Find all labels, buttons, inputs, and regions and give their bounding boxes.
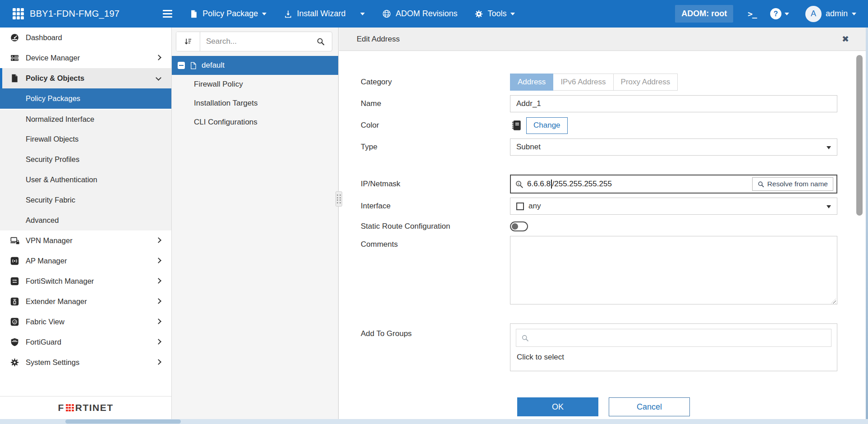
help-menu[interactable]: ? [770, 8, 789, 19]
edit-address-header: Edit Address ✖ [339, 28, 868, 51]
menu-install-wizard[interactable]: Install Wizard [284, 9, 365, 18]
window-right-edge [866, 28, 868, 419]
sidebar-item-label: Security Fabric [26, 196, 171, 204]
adom-badge[interactable]: ADOM: root [675, 5, 733, 23]
sidebar-item-device-manager[interactable]: Device Manager [0, 48, 171, 68]
groups-search-bar[interactable] [516, 329, 831, 347]
sidebar-item-fortiswitch-manager[interactable]: FortiSwitch Manager [0, 271, 171, 291]
menu-adom-revisions[interactable]: ADOM Revisions [382, 9, 457, 18]
cli-terminal-icon[interactable]: >_ [748, 9, 757, 18]
package-tree-item-installation-targets[interactable]: Installation Targets [172, 94, 338, 113]
sidebar-item-system-settings[interactable]: System Settings [0, 352, 171, 373]
ok-button[interactable]: OK [517, 397, 598, 416]
field-label: Color [361, 121, 510, 130]
sidebar-item-label: Security Profiles [26, 155, 171, 164]
sidebar-item-label: VPN Manager [26, 236, 171, 245]
sidebar-item-label: Advanced [26, 216, 171, 225]
name-input[interactable] [510, 95, 837, 112]
sort-icon [184, 37, 193, 46]
static-route-toggle[interactable] [510, 221, 528, 231]
sidebar-item-label: Normalized Interface [26, 115, 171, 124]
sidebar-item-extender-manager[interactable]: Extender Manager [0, 291, 171, 312]
sidebar-item-advanced[interactable]: Advanced [0, 210, 171, 230]
sidebar-item-label: FortiSwitch Manager [26, 277, 171, 286]
fortiswitch-icon [9, 277, 21, 286]
device-manager-icon [9, 53, 21, 63]
sort-button[interactable] [176, 32, 200, 51]
sidebar-item-security-fabric[interactable]: Security Fabric [0, 190, 171, 210]
form-footer: OK Cancel [339, 397, 868, 416]
package-icon [189, 61, 197, 70]
text-cursor [551, 180, 552, 189]
sidebar-item-label: Firewall Objects [26, 135, 171, 143]
svg-text:$: $ [518, 181, 520, 185]
category-option-proxy-address[interactable]: Proxy Address [614, 74, 678, 91]
sidebar-item-policy-objects[interactable]: Policy & Objects [0, 68, 171, 88]
close-icon[interactable]: ✖ [842, 35, 849, 43]
name-row: Name [361, 95, 868, 113]
field-label: Category [361, 78, 510, 87]
type-select[interactable]: Subnet [510, 138, 837, 156]
menu-label: Install Wizard [297, 9, 345, 18]
menu-label: Policy Package [202, 9, 258, 18]
sidebar-item-security-profiles[interactable]: Security Profiles [0, 149, 171, 170]
chevron-down-icon [852, 13, 856, 18]
search-input[interactable] [200, 37, 317, 46]
sidebar-item-firewall-objects[interactable]: Firewall Objects [0, 129, 171, 149]
change-color-button[interactable]: Change [526, 117, 568, 134]
sidebar-item-ap-manager[interactable]: AP Manager [0, 251, 171, 271]
package-tree-label: CLI Configurations [194, 118, 257, 127]
ip-netmask-input[interactable]: $ 6.6.6.8/255.255.255.255 Resolve from n… [510, 175, 837, 194]
package-tree-item-cli-configurations[interactable]: CLI Configurations [172, 113, 338, 132]
cancel-button[interactable]: Cancel [609, 397, 690, 416]
chevron-down-icon[interactable] [360, 13, 365, 18]
sidebar-item-fabric-view[interactable]: Fabric View [0, 312, 171, 332]
interface-select[interactable]: any [510, 198, 837, 215]
field-label: IP/Netmask [361, 180, 510, 189]
sidebar-item-dashboard[interactable]: Dashboard [0, 28, 171, 48]
comments-textarea[interactable] [510, 236, 837, 304]
hamburger-menu-icon[interactable] [163, 10, 172, 18]
groups-search-input[interactable] [533, 334, 831, 342]
package-tree-item-default[interactable]: default [172, 56, 338, 75]
user-menu[interactable]: A admin [805, 6, 856, 22]
sidebar-item-label: Policy & Objects [26, 74, 171, 83]
add-to-groups-box[interactable]: Click to select [510, 323, 837, 371]
horizontal-scrollbar-track[interactable] [0, 419, 868, 424]
sidebar-item-normalized-interface[interactable]: Normalized Interface [0, 109, 171, 129]
resolve-from-name-button[interactable]: Resolve from name [752, 177, 833, 191]
extender-icon [9, 297, 21, 306]
field-label: Comments [361, 236, 510, 249]
package-tree-item-firewall-policy[interactable]: Firewall Policy [172, 75, 338, 94]
sidebar-item-user-authentication[interactable]: User & Authentication [0, 170, 171, 190]
horizontal-scrollbar-thumb[interactable] [65, 419, 181, 424]
vertical-scrollbar[interactable] [856, 55, 863, 216]
collapse-icon[interactable] [178, 62, 185, 69]
sidebar-item-fortiguard[interactable]: FortiGuard [0, 332, 171, 352]
fortinet-grid-logo-icon [13, 8, 24, 19]
ap-manager-icon [9, 256, 21, 266]
category-option-address[interactable]: Address [510, 74, 553, 91]
device-hostname: BBY1-FDN-FMG_197 [30, 9, 119, 19]
sidebar-item-policy-packages[interactable]: Policy Packages [0, 88, 171, 109]
sidebar-item-label: Policy Packages [26, 94, 171, 103]
click-to-select-hint[interactable]: Click to select [517, 353, 837, 362]
color-swatch-icon [510, 119, 523, 132]
chevron-down-icon [262, 13, 266, 18]
search-icon[interactable] [317, 37, 325, 46]
panel-resize-handle[interactable] [335, 191, 342, 207]
chevron-down-icon [827, 205, 831, 211]
menu-policy-package[interactable]: Policy Package [189, 9, 266, 18]
field-label: Interface [361, 202, 510, 211]
menu-tools[interactable]: Tools [474, 9, 515, 18]
fortinet-footer-logo: F RTINET [0, 396, 171, 419]
interface-row: Interface any [361, 197, 868, 215]
sidebar-item-vpn-manager[interactable]: VPN Manager [0, 230, 171, 251]
left-sidebar: Dashboard Device Manager Policy & Object… [0, 28, 172, 419]
checkbox-icon[interactable] [516, 203, 524, 210]
chevron-down-icon [510, 13, 515, 18]
fortinet-logo-o-icon [66, 404, 74, 411]
sidebar-item-label: Device Manager [26, 54, 171, 62]
category-option-ipv6-address[interactable]: IPv6 Address [553, 74, 613, 91]
fortiguard-icon [9, 337, 21, 347]
